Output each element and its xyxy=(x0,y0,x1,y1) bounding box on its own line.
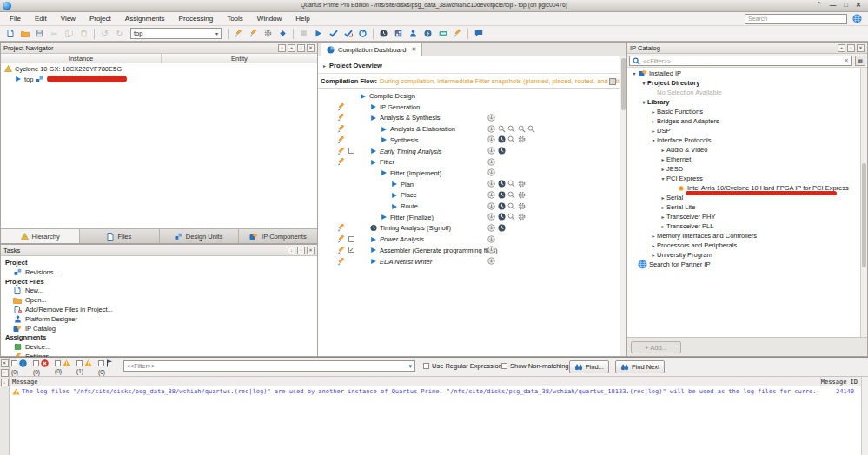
chevron-right-icon[interactable]: ▸ xyxy=(659,214,666,220)
task-item[interactable]: Open... xyxy=(1,295,317,305)
messages-scrollbar[interactable] xyxy=(861,377,868,455)
menu-processing[interactable]: Processing xyxy=(172,13,221,24)
chevron-right-icon[interactable]: ▸ xyxy=(659,147,666,153)
ip-row-search-for-partner-ip[interactable]: Search for Partner IP xyxy=(627,260,859,269)
ip-row-transceiver-phy[interactable]: ▸Transceiver PHY xyxy=(627,212,859,221)
redo-icon[interactable]: ↻ xyxy=(112,27,127,40)
edit-pencil-icon[interactable] xyxy=(337,148,345,155)
run-icon[interactable] xyxy=(487,191,495,199)
settings-gear-icon[interactable] xyxy=(518,202,526,210)
settings-gear-icon[interactable] xyxy=(518,180,526,188)
warning-checkbox[interactable] xyxy=(76,360,83,366)
flow-row-timing-analysis-signoff-[interactable]: Timing Analysis (Signoff) xyxy=(318,222,619,234)
tasks-close-icon[interactable]: ✕ xyxy=(307,247,315,254)
run-icon[interactable] xyxy=(487,168,495,176)
save-icon[interactable] xyxy=(32,27,47,40)
tasks-float-icon[interactable]: ▫ xyxy=(297,247,305,254)
tab-compilation-dashboard[interactable]: Compilation Dashboard ✕ xyxy=(321,43,422,56)
ip-row-project-directory[interactable]: ▾Project Directory xyxy=(627,78,859,88)
menu-view[interactable]: View xyxy=(54,13,83,24)
error-checkbox[interactable] xyxy=(33,360,39,366)
project-overview-row[interactable]: ▸ Project Overview xyxy=(323,62,382,69)
stop-compilation-icon[interactable] xyxy=(296,27,311,40)
run-icon[interactable] xyxy=(487,246,495,254)
tab-ip-components[interactable]: IP Components xyxy=(239,229,317,243)
message-row[interactable]: The log files "/nfs/site/disks/psg_data_… xyxy=(10,387,868,397)
flag-checkbox[interactable] xyxy=(98,360,104,366)
severity-filter-warning[interactable]: (1) xyxy=(76,359,97,374)
viewer-magnifier-icon[interactable] xyxy=(507,191,515,199)
column-header-entity[interactable]: Entity xyxy=(162,54,317,63)
report-clock-icon[interactable] xyxy=(498,224,506,232)
flow-checkbox[interactable] xyxy=(348,236,354,242)
run-icon[interactable] xyxy=(487,147,495,155)
ip-row-university-program[interactable]: ▸University Program xyxy=(627,250,859,260)
chevron-down-icon[interactable]: ▾ xyxy=(640,99,647,105)
flow-row-fitter-implement-[interactable]: Fitter (Implement) xyxy=(318,168,619,179)
menu-window[interactable]: Window xyxy=(250,13,288,24)
report-clock-icon[interactable] xyxy=(498,202,506,210)
flow-row-ip-generation[interactable]: IP Generation xyxy=(318,102,619,113)
edit-pencil-icon[interactable] xyxy=(337,258,345,266)
regex-checkbox[interactable]: Use Regular Expressions xyxy=(423,362,506,370)
ip-row-pci-express[interactable]: ▾PCI Express xyxy=(627,174,859,183)
chevron-right-icon[interactable]: ▸ xyxy=(659,156,666,162)
ip-collapse-all-button[interactable]: ▦ xyxy=(855,56,865,66)
ip-row-processors-and-peripherals[interactable]: ▸Processors and Peripherals xyxy=(627,241,859,250)
flow-row-early-timing-analysis[interactable]: Early Timing Analysis xyxy=(318,146,619,157)
messages-float-icon[interactable]: ▫ xyxy=(1,369,9,377)
edit-pencil-icon[interactable] xyxy=(337,125,345,133)
messages-filter-combo[interactable]: <<Filter>> ▾ xyxy=(123,360,415,372)
messages-pin-icon[interactable]: ↓ xyxy=(1,379,9,386)
chevron-right-icon[interactable]: ▸ xyxy=(650,233,657,239)
navigator-float-icon[interactable]: ▫ xyxy=(297,44,305,52)
search-input[interactable] xyxy=(745,14,847,24)
ip-row-ethernet[interactable]: ▸Ethernet xyxy=(627,155,859,164)
edit-pencil-icon[interactable] xyxy=(337,224,345,232)
power-analyzer-icon[interactable] xyxy=(421,27,435,40)
ip-row-jesd[interactable]: ▸JESD xyxy=(627,164,859,174)
chevron-down-icon[interactable]: ▾ xyxy=(650,137,657,143)
menu-file[interactable]: File xyxy=(3,13,28,24)
pin-planner-icon[interactable] xyxy=(246,27,261,40)
navigator-row-device[interactable]: Cyclone 10 GX: 10CX220YF780E5G xyxy=(1,63,317,74)
run-icon[interactable] xyxy=(487,202,495,210)
task-item[interactable]: Platform Designer xyxy=(1,314,317,324)
ip-catalog-scrollbar[interactable] xyxy=(860,68,867,337)
navigator-close-icon[interactable]: ✕ xyxy=(307,44,315,52)
viewer-magnifier-icon[interactable] xyxy=(507,202,515,210)
severity-filter-flag[interactable]: (0) xyxy=(98,359,119,375)
filter-clear-icon[interactable]: ✕ xyxy=(844,57,849,64)
flow-row-fitter[interactable]: Fitter xyxy=(318,156,619,168)
flow-row-analysis-elaboration[interactable]: Analysis & Elaboration xyxy=(318,123,619,135)
critical-warning-checkbox[interactable] xyxy=(55,360,61,366)
navigator-search-icon[interactable]: ⌕ xyxy=(278,44,286,52)
flow-note-checkbox[interactable] xyxy=(609,78,616,85)
tab-design-units[interactable]: Design Units xyxy=(160,229,239,243)
regex-checkbox-box[interactable] xyxy=(423,363,429,369)
report-clock-icon[interactable] xyxy=(498,147,506,155)
menu-project[interactable]: Project xyxy=(83,13,118,24)
chip-planner-icon[interactable] xyxy=(391,27,406,40)
chevron-right-icon[interactable]: ▸ xyxy=(650,109,657,115)
shade-button[interactable]: ⌃ xyxy=(816,1,821,9)
expand-arrow-icon[interactable]: ▸ xyxy=(323,63,326,69)
task-item[interactable]: IP Catalog xyxy=(1,324,317,333)
menu-assignments[interactable]: Assignments xyxy=(118,13,172,24)
netlist-viewer-icon[interactable] xyxy=(450,27,465,40)
edit-pencil-icon[interactable] xyxy=(337,235,345,243)
assignment-editor-icon[interactable] xyxy=(231,27,246,40)
messages-close-icon[interactable]: ✕ xyxy=(1,359,9,367)
ip-row-dsp[interactable]: ▸DSP xyxy=(627,126,859,135)
copy-icon[interactable] xyxy=(62,27,76,40)
chevron-right-icon[interactable]: ▸ xyxy=(659,166,666,172)
tasks-pin-icon[interactable]: ↓ xyxy=(288,247,295,254)
menu-edit[interactable]: Edit xyxy=(28,13,54,24)
ip-filter-input[interactable]: <<Filter>> ✕ xyxy=(629,56,852,66)
viewer-magnifier-icon[interactable] xyxy=(498,125,506,133)
run-icon[interactable] xyxy=(487,257,495,265)
settings-gear-icon[interactable] xyxy=(518,191,526,199)
column-header-message-id[interactable]: Message ID xyxy=(821,379,858,386)
run-icon[interactable] xyxy=(487,114,495,122)
menu-help[interactable]: Help xyxy=(288,13,316,24)
